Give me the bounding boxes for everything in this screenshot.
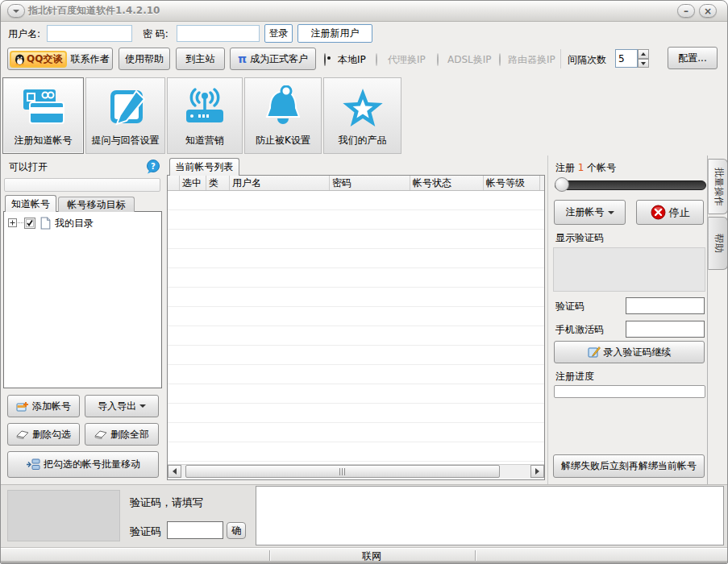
horizontal-scrollbar[interactable] [168, 464, 544, 479]
unbind-retry-label: 解绑失败后立刻再解绑当前帐号 [561, 459, 697, 473]
stop-icon [651, 205, 666, 220]
log-output-box [256, 486, 724, 545]
tab-zhidao-marketing[interactable]: 知道营销 [167, 77, 243, 154]
show-captcha-label: 显示验证码 [555, 231, 604, 245]
qq-badge: QQ交谈 [10, 51, 67, 68]
toolbar-divider [560, 49, 561, 68]
tab-label: 我们的产品 [324, 134, 401, 147]
tab-current-account-list[interactable]: 当前帐号列表 [169, 158, 239, 176]
help-button[interactable]: 使用帮助 [119, 48, 170, 70]
spinner-down-button[interactable] [638, 59, 649, 68]
import-export-button[interactable]: 导入导出 [85, 395, 159, 417]
edit-icon [99, 85, 152, 129]
side-tab-help[interactable]: 帮助 [708, 217, 728, 270]
register-account-button[interactable]: 注册帐号 [554, 200, 626, 225]
password-label: 密 码: [143, 27, 168, 41]
table-header-rowselect[interactable] [168, 176, 180, 190]
scrollbar-thumb[interactable] [185, 465, 500, 478]
batch-move-label: 把勾选的帐号批量移动 [44, 458, 140, 471]
window-menu-button[interactable] [7, 4, 25, 18]
delete-checked-label: 删除勾选 [32, 428, 71, 442]
svg-text:?: ? [151, 162, 156, 171]
become-customer-button[interactable]: π 成为正式客户 [230, 48, 316, 70]
tab-register-accounts[interactable]: 注册知道帐号 [2, 77, 84, 154]
table-header[interactable]: 密码 [330, 176, 410, 190]
register-account-label: 注册帐号 [566, 205, 605, 219]
config-button[interactable]: 配置... [668, 47, 718, 69]
register-new-user-button[interactable]: 注册新用户 [297, 24, 372, 43]
tree-checkbox-checked[interactable] [24, 218, 35, 229]
scroll-left-button[interactable] [168, 465, 181, 478]
window-title: 指北针百度知道软件1.4.2.10 [28, 4, 160, 18]
contact-author-button[interactable]: QQ交谈 联系作者 [7, 48, 113, 70]
subtab-move-target[interactable]: 帐号移动目标 [58, 197, 135, 212]
interval-input[interactable] [615, 49, 638, 68]
folder-doc-icon [40, 217, 51, 230]
password-input[interactable] [177, 25, 260, 42]
table-header[interactable]: 类型 [206, 176, 230, 190]
become-customer-label: 成为正式客户 [250, 52, 308, 66]
delete-all-button[interactable]: 删除全部 [85, 423, 159, 446]
radio-local-ip[interactable] [324, 53, 326, 66]
tree-expand-icon[interactable] [8, 218, 17, 227]
window-bottom-edge [1, 561, 727, 563]
confirm-captcha-button[interactable]: 确 [227, 522, 246, 539]
radio-adsl-ip-label: ADSL换IP [447, 53, 492, 67]
unbind-retry-button[interactable]: 解绑失败后立刻再解绑当前帐号 [553, 454, 705, 478]
phone-code-input[interactable] [626, 321, 705, 338]
spinner-up-button[interactable] [638, 49, 649, 59]
open-target-field[interactable] [4, 178, 160, 192]
count-slider-thumb[interactable] [555, 177, 569, 192]
delete-checked-button[interactable]: 删除勾选 [7, 423, 80, 446]
bell-icon [256, 85, 310, 129]
captcha-input[interactable] [626, 297, 705, 314]
enter-captcha-continue-button[interactable]: 录入验证码继续 [554, 341, 705, 363]
register-count-prefix: 注册 [555, 162, 575, 173]
tab-our-products[interactable]: 我们的产品 [323, 77, 401, 154]
tab-label: 防止被K设置 [245, 134, 321, 147]
login-button[interactable]: 登录 [264, 24, 293, 43]
app-window: 指北针百度知道软件1.4.2.10 – × 用户名: 密 码: 登录 注册新用户 [0, 0, 728, 564]
table-header[interactable]: 帐号状态 [410, 176, 484, 190]
qq-penguin-icon [15, 53, 25, 65]
scroll-right-button[interactable] [530, 465, 544, 478]
register-count-suffix: 个帐号 [587, 162, 616, 173]
add-account-label: 添加帐号 [32, 400, 71, 413]
close-button[interactable]: × [699, 4, 717, 18]
username-input[interactable] [47, 25, 132, 42]
statusbar-divider [475, 550, 476, 562]
help-button-label: 使用帮助 [125, 52, 164, 66]
side-tab-label: 帮助 [711, 234, 725, 253]
tab-label: 提问与回答设置 [86, 134, 164, 147]
stop-button[interactable]: 停止 [636, 200, 704, 225]
bottom-captcha-label: 验证码 [130, 525, 161, 539]
tab-anti-ban-settings[interactable]: 防止被K设置 [244, 77, 322, 154]
radio-router-ip[interactable] [499, 53, 501, 66]
chevron-down-icon [608, 211, 614, 214]
tree-item-label: 我的目录 [55, 217, 94, 230]
table-header[interactable]: 选中 [180, 176, 206, 190]
radio-proxy-ip[interactable] [376, 53, 377, 66]
radio-adsl-ip[interactable] [437, 53, 439, 66]
table-header[interactable]: 帐号等级 [484, 176, 540, 190]
stop-button-label: 停止 [669, 205, 690, 220]
count-slider-track[interactable] [555, 180, 706, 190]
subtab-label: 帐号移动目标 [68, 198, 126, 212]
main-site-button[interactable]: 到主站 [176, 48, 225, 70]
help-bubble-icon[interactable]: ? [145, 160, 160, 174]
tree-item[interactable]: 我的目录 [4, 214, 161, 232]
import-export-label: 导入导出 [98, 400, 136, 413]
login-button-label: 登录 [269, 27, 289, 40]
table-body-empty[interactable] [168, 191, 544, 464]
confirm-captcha-label: 确 [231, 524, 241, 537]
tab-question-answer-settings[interactable]: 提问与回答设置 [85, 77, 165, 154]
bottom-captcha-input[interactable] [167, 521, 223, 539]
side-tab-batch-operations[interactable]: 批量操作 [708, 159, 728, 214]
add-account-button[interactable]: 添加帐号 [7, 395, 80, 417]
subtab-zhidao-accounts[interactable]: 知道帐号 [5, 195, 56, 212]
register-count-label: 注册 1 个帐号 [555, 161, 616, 175]
batch-move-button[interactable]: 把勾选的帐号批量移动 [7, 451, 159, 478]
table-header[interactable]: 用户名 [230, 176, 330, 190]
minimize-button[interactable]: – [677, 4, 695, 18]
spinner-down-icon [641, 62, 646, 65]
